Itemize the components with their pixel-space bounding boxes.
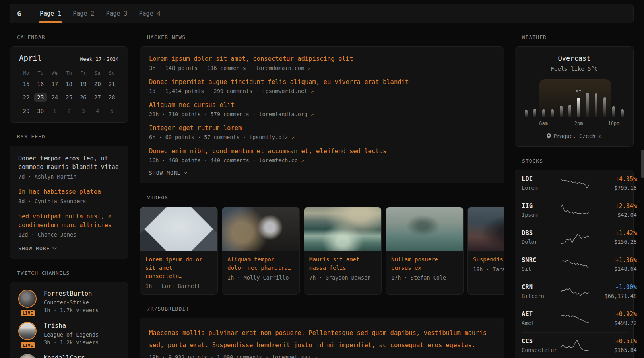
video-title[interactable]: Nullam posuere cursus ex xyxy=(391,255,458,272)
video-thumbnail[interactable] xyxy=(386,207,463,251)
external-link-icon[interactable]: ↗ xyxy=(291,134,295,140)
calendar-day: 30 xyxy=(37,108,44,114)
twitch-header: TWITCH CHANNELS xyxy=(17,270,128,276)
calendar-weekday-row: Mo Tu We Th Fr Sa Su xyxy=(19,70,119,76)
calendar-day: 21 xyxy=(109,81,115,87)
stock-change: +0.51% xyxy=(590,338,637,345)
weather-bar xyxy=(612,106,615,117)
avatar[interactable] xyxy=(18,354,37,358)
news-item-title[interactable]: Donec imperdiet augue tincidunt felis al… xyxy=(149,78,495,86)
external-link-icon[interactable]: ↗ xyxy=(310,88,314,94)
twitch-channel-row: LIVE ForrestBurton Counter-Strike 1h · 1… xyxy=(18,290,120,314)
stock-change: +0.92% xyxy=(590,311,637,318)
news-item-title[interactable]: Aliquam nec cursus elit xyxy=(149,101,495,109)
calendar-day-next-month: 1 xyxy=(53,108,56,114)
weather-time-axis: 6am 2pm 10pm xyxy=(522,121,627,128)
news-item-title[interactable]: Lorem ipsum dolor sit amet, consectetur … xyxy=(149,54,495,63)
video-thumbnail[interactable] xyxy=(222,207,299,251)
stock-name: Bitcorn xyxy=(522,293,560,300)
external-link-icon[interactable]: ↗ xyxy=(314,354,317,358)
news-item-title[interactable]: Integer eget rutrum lorem xyxy=(149,124,495,132)
hackernews-show-more-button[interactable]: SHOW MORE xyxy=(149,170,188,176)
calendar-day: 24 xyxy=(51,94,58,101)
video-meta: 18h · Tara xyxy=(473,266,504,272)
avatar[interactable] xyxy=(18,322,37,340)
twitch-channel-name[interactable]: Trisha xyxy=(44,322,99,330)
twitch-channel-name[interactable]: ForrestBurton xyxy=(44,290,99,298)
calendar-header: CALENDAR xyxy=(17,34,128,40)
stock-change: -1.00% xyxy=(590,284,637,291)
video-meta: 17h · Stefan Cole xyxy=(391,274,458,281)
weather-header: WEATHER xyxy=(522,34,634,40)
videos-header: VIDEOS xyxy=(147,195,504,200)
time-tick: 2pm xyxy=(574,121,583,126)
page-scrollbar[interactable] xyxy=(641,150,644,178)
rss-show-more-button[interactable]: SHOW MORE xyxy=(18,245,57,251)
video-thumbnail[interactable] xyxy=(468,207,504,251)
video-thumbnail[interactable] xyxy=(304,207,381,251)
calendar-week-info: Week 17·2024 xyxy=(80,56,119,62)
stock-ticker: LDI xyxy=(522,175,560,183)
calendar-day-selected: 23 xyxy=(34,93,47,102)
stock-price: $165.84 xyxy=(590,347,637,354)
video-meta: 1h · Lori Barnett xyxy=(145,283,212,289)
external-link-icon[interactable]: ↗ xyxy=(307,65,310,71)
app-logo[interactable]: G xyxy=(10,4,28,23)
video-title[interactable]: Suspendisse diam xyxy=(473,255,504,264)
calendar-day-grid: 15 16 17 18 19 20 21 22 23 24 25 26 27 2… xyxy=(19,78,119,117)
subreddit-widget: Maecenas mollis pulvinar erat non posuer… xyxy=(140,318,504,358)
calendar-day: 27 xyxy=(94,94,101,101)
video-card: Mauris sit amet massa felis 7h · Grayson… xyxy=(304,207,382,295)
avatar[interactable] xyxy=(18,290,37,308)
stock-ticker: CCS xyxy=(522,338,560,345)
stock-change: +2.84% xyxy=(590,202,637,210)
stock-row[interactable]: CRNBitcorn -1.00%$66,171.48 xyxy=(522,278,627,305)
top-nav: G Page 1 Page 2 Page 3 Page 4 xyxy=(10,4,634,23)
twitch-channel-name[interactable]: KendallCarr xyxy=(44,354,85,358)
stock-price: $66,171.48 xyxy=(590,293,637,300)
calendar-day: 17 xyxy=(51,81,58,87)
external-link-icon[interactable]: ↗ xyxy=(310,111,314,117)
stock-row[interactable]: SNRCSit +1.36%$148.64 xyxy=(522,251,627,278)
stock-name: Ipsum xyxy=(522,212,560,218)
tab-page-4[interactable]: Page 4 xyxy=(138,4,161,23)
stock-price: $148.64 xyxy=(590,266,637,272)
video-title[interactable]: Mauris sit amet massa felis xyxy=(309,255,376,272)
weather-bar xyxy=(533,109,536,117)
tab-page-3[interactable]: Page 3 xyxy=(105,4,128,23)
rss-item-title[interactable]: Sed volutpat nulla nisl, a condimentum n… xyxy=(18,212,120,230)
video-card: Lorem ipsum dolor sit amet consectetu… 1… xyxy=(140,207,218,295)
avatar-wrap xyxy=(18,354,37,358)
stock-row[interactable]: LDILorem +4.35%$795.18 xyxy=(522,170,627,197)
news-item-meta: 6h · 60 points · 57 comments · ipsumify.… xyxy=(149,133,495,141)
external-link-icon[interactable]: ↗ xyxy=(301,157,304,163)
news-item: Integer eget rutrum lorem 6h · 60 points… xyxy=(149,124,495,141)
stock-ticker: DBS xyxy=(522,230,560,237)
weekday-label: Fr xyxy=(76,70,90,76)
twitch-channel-game: League of Legends xyxy=(44,331,99,339)
separator-dot: · xyxy=(102,56,107,62)
rss-item-title[interactable]: In hac habitasse platea xyxy=(18,187,120,196)
weekday-label: Tu xyxy=(33,70,48,76)
weekday-label: We xyxy=(48,70,62,76)
tab-page-2[interactable]: Page 2 xyxy=(72,4,95,23)
stock-row[interactable]: IIGIpsum +2.84%$42.04 xyxy=(522,197,627,224)
news-item-title[interactable]: Donec enim nibh, condimentum et accumsan… xyxy=(149,147,495,156)
calendar-day-next-month: 2 xyxy=(67,108,70,114)
stock-ticker: SNRC xyxy=(522,257,560,264)
stock-row[interactable]: CCSConsectetur +0.51%$165.84 xyxy=(522,332,627,358)
right-column: WEATHER Overcast Feels like 5°C 9° 6am 2… xyxy=(515,23,634,358)
subreddit-post-title[interactable]: Maecenas mollis pulvinar erat non posuer… xyxy=(149,327,495,352)
video-thumbnail[interactable] xyxy=(140,207,217,251)
stock-row[interactable]: AETAmet +0.92%$499.72 xyxy=(522,305,627,332)
video-title[interactable]: Aliquam tempor dolor nec pharetra… xyxy=(227,255,294,272)
weather-bar xyxy=(577,98,580,117)
twitch-channel-meta: 3h · 1.2k viewers xyxy=(44,339,99,346)
video-title[interactable]: Lorem ipsum dolor sit amet consectetu… xyxy=(145,255,212,280)
rss-item-title[interactable]: Donec tempor eros leo, ut commodo mauris… xyxy=(18,154,120,171)
tab-page-1[interactable]: Page 1 xyxy=(39,4,62,23)
rss-item-meta: 12d · Chance Jones xyxy=(18,231,120,239)
stocks-header: STOCKS xyxy=(522,158,634,164)
stock-row[interactable]: DBSDolor +1.42%$156.28 xyxy=(522,224,627,251)
rss-item: In hac habitasse platea 8d · Cynthia Sau… xyxy=(18,187,120,205)
